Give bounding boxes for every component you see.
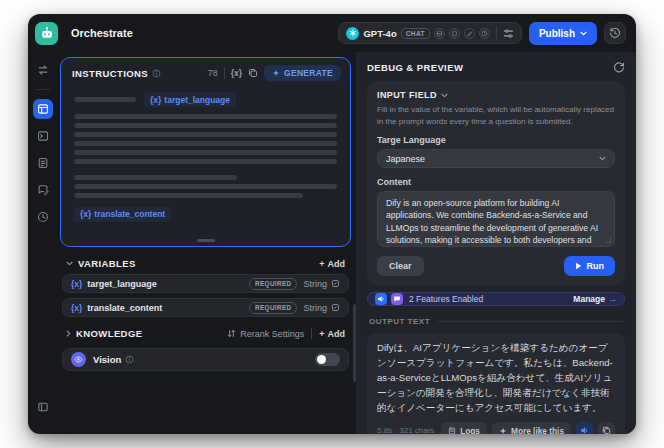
input-field-header[interactable]: INPUT FIELD [377, 90, 615, 100]
insert-variable-icon[interactable]: {x} [231, 68, 242, 78]
instructions-panel[interactable]: INSTRUCTIONS 78 {x} GENERATE [60, 57, 351, 247]
capability-icon-1 [434, 28, 445, 39]
variable-row-translate-content[interactable]: {x} translate_content REQUIRED String [62, 298, 349, 317]
chevron-down-icon [441, 93, 448, 98]
content-value: Dify is an open-source platform for buil… [386, 198, 598, 247]
arrow-right-icon: → [608, 294, 617, 304]
text-to-speech-feature-icon [375, 293, 387, 305]
run-button[interactable]: Run [564, 256, 616, 276]
left-icon-sidebar [28, 52, 58, 434]
run-label: Run [587, 261, 605, 271]
manage-label: Manage [573, 294, 605, 304]
knowledge-header: KNOWLEDGE Rerank Settings +Add [60, 328, 351, 339]
rerank-label: Rerank Settings [240, 329, 304, 339]
text-placeholder-bar [74, 132, 337, 137]
features-enabled-bar: 2 Features Enabled Manage → [367, 292, 625, 306]
vision-toggle[interactable] [315, 353, 340, 366]
scrollbar-thumb[interactable] [353, 304, 356, 382]
input-field-title: INPUT FIELD [377, 90, 437, 100]
chevron-down-icon [66, 261, 73, 266]
add-label: Add [328, 259, 346, 269]
features-enabled-text: 2 Features Enabled [409, 294, 483, 304]
speaker-button[interactable] [576, 422, 593, 434]
sidebar-item-logs[interactable] [33, 153, 53, 173]
openai-icon [346, 27, 359, 40]
play-icon [575, 262, 582, 270]
logs-icon [448, 427, 456, 434]
variable-tag-label: translate_content [94, 209, 165, 219]
rerank-settings-button[interactable]: Rerank Settings [227, 329, 304, 339]
version-history-button[interactable] [604, 22, 626, 44]
model-selector[interactable]: GPT-4o CHAT [338, 22, 521, 44]
more-like-this-button[interactable]: More like this [492, 422, 571, 434]
orchestrate-panel-icon [37, 103, 49, 115]
required-badge: REQUIRED [249, 302, 297, 314]
debug-actions: Clear Run [377, 256, 615, 276]
output-text: Difyは、AIアプリケーションを構築するためのオープンソースプラットフォームで… [377, 341, 615, 415]
model-settings-sliders-icon[interactable] [503, 28, 514, 39]
document-icon [37, 157, 49, 169]
title-bar: Orchestrate GPT-4o CHAT Publish [28, 14, 636, 52]
text-placeholder-bar [74, 150, 337, 155]
info-icon [125, 355, 134, 364]
model-name: GPT-4o [363, 28, 396, 39]
divider [311, 328, 312, 339]
variable-name: translate_content [87, 303, 162, 313]
sidebar-item-monitoring[interactable] [33, 207, 53, 227]
variable-token: {x} [71, 303, 82, 313]
sidebar-item-api[interactable] [33, 126, 53, 146]
instructions-header: INSTRUCTIONS 78 {x} GENERATE [61, 58, 350, 84]
chevron-down-icon [599, 156, 606, 161]
sidebar-item-switch[interactable] [33, 60, 53, 80]
refresh-button[interactable] [613, 61, 625, 73]
text-placeholder-bar [74, 97, 136, 102]
knowledge-section-toggle[interactable]: KNOWLEDGE [66, 328, 142, 339]
type-label: String [303, 303, 327, 313]
switch-arrows-icon [37, 64, 49, 76]
textarea-resize-handle[interactable] [606, 238, 611, 243]
variable-type-icon[interactable] [331, 303, 340, 312]
history-clock-icon [609, 27, 621, 39]
vision-label: Vision [93, 354, 121, 365]
content-textarea[interactable]: Dify is an open-source platform for buil… [377, 191, 615, 247]
copy-output-button[interactable] [598, 422, 615, 434]
publish-label: Publish [539, 28, 575, 39]
add-knowledge-button[interactable]: +Add [319, 329, 345, 339]
output-text-title: OUTPUT TEXT [369, 317, 430, 326]
app-logo[interactable] [35, 22, 58, 45]
generate-button[interactable]: GENERATE [264, 65, 341, 81]
resize-drag-handle[interactable] [197, 239, 215, 242]
vision-feature-row: Vision [62, 348, 349, 371]
plus-icon: + [319, 259, 324, 269]
text-placeholder-bar [74, 159, 337, 164]
capability-icon-3 [464, 28, 475, 39]
variable-tag-translate-content[interactable]: {x}translate_content [74, 207, 171, 222]
variable-tag-target-language[interactable]: {x}target_language [144, 92, 236, 107]
debug-title: DEBUG & PREVIEW [367, 62, 463, 73]
sidebar-item-orchestrate[interactable] [33, 99, 53, 119]
variable-token: {x} [80, 209, 91, 219]
variable-type-icon[interactable] [331, 279, 340, 288]
clear-button[interactable]: Clear [377, 256, 424, 276]
sidebar-item-annotations[interactable] [33, 180, 53, 200]
variable-type: String [303, 303, 340, 313]
conversation-feature-icon [391, 293, 403, 305]
divider [224, 68, 225, 79]
more-like-this-label: More like this [511, 426, 564, 434]
output-text-header: OUTPUT TEXT [369, 317, 623, 326]
copy-icon[interactable] [248, 68, 258, 78]
divider [438, 321, 623, 322]
target-language-select[interactable]: Japanese [377, 149, 615, 168]
chevron-right-icon [66, 330, 71, 337]
logs-button[interactable]: Logs [441, 422, 487, 434]
publish-button[interactable]: Publish [529, 22, 597, 45]
add-variable-button[interactable]: +Add [319, 259, 345, 269]
select-value: Japanese [386, 154, 425, 164]
variable-row-target-language[interactable]: {x} target_language REQUIRED String [62, 274, 349, 293]
variables-header: VARIABLES +Add [60, 258, 351, 269]
prompt-editor[interactable]: {x}target_language {x}translate_content [61, 84, 350, 246]
manage-features-button[interactable]: Manage → [573, 294, 617, 304]
collapse-sidebar-button[interactable] [33, 397, 53, 417]
variables-section-toggle[interactable]: VARIABLES [66, 258, 136, 269]
toggle-knob [317, 355, 326, 364]
